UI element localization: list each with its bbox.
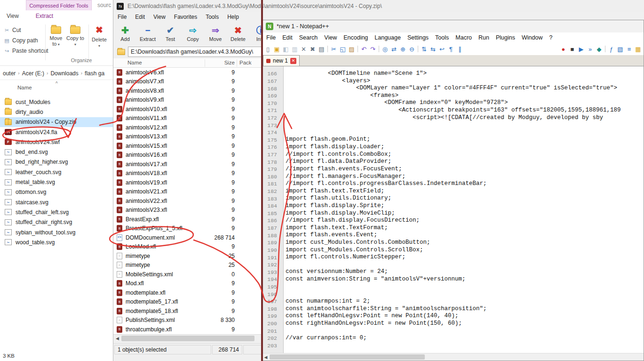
find-icon[interactable]: ◎	[381, 45, 390, 54]
column-divider[interactable]	[237, 59, 237, 67]
line-text[interactable]: import cust_Modules.Controls.ScrollBox;	[281, 247, 423, 254]
cut-button[interactable]: ✂ Cut	[4, 25, 21, 35]
menu-item[interactable]: Help	[223, 14, 243, 20]
copy-to-button[interactable]: Copy to ▾	[66, 24, 84, 52]
name-column-header[interactable]: Name	[127, 60, 142, 65]
copy-icon[interactable]: ◱	[338, 45, 347, 54]
copy-path-button[interactable]: ▤ Copy path	[4, 36, 38, 45]
paste-shortcut-button[interactable]: ↪ Paste shortcut	[4, 46, 48, 56]
editor-area[interactable]: 166 <DOMTimeline name="Scene 1"> 167 <la…	[262, 66, 644, 354]
sync-vertical-icon[interactable]: ⇅	[420, 45, 429, 54]
extract-button[interactable]: − Extract	[137, 22, 159, 45]
menu-item[interactable]: Macro	[452, 34, 475, 41]
menu-item[interactable]: Edit	[131, 14, 149, 20]
scroll-left-arrow-icon[interactable]: ◀	[113, 335, 121, 342]
copy-button[interactable]: ⇨ Copy	[182, 22, 204, 45]
compressed-folder-tools-tab[interactable]: Compressed Folder Tools	[26, 0, 92, 10]
line-text[interactable]: //import fl.managers.FocusManager;	[281, 173, 405, 181]
tab-close-icon[interactable]: ✕	[290, 58, 296, 64]
close-all-icon[interactable]: ✖	[308, 45, 317, 54]
explorer-file-row[interactable]: dirty_audio	[0, 107, 113, 117]
menu-item[interactable]: Tools	[201, 14, 223, 20]
explorer-file-row[interactable]: staircase.svg	[0, 197, 113, 207]
explorer-file-row[interactable]: bed_end.svg	[0, 147, 113, 157]
test-button[interactable]: ✔ Test	[159, 22, 181, 45]
line-text[interactable]: import cust_Modules.Controls.ComboButton…	[281, 239, 430, 247]
replace-icon[interactable]: ⇄	[390, 45, 398, 54]
cut-icon[interactable]: ✂	[329, 45, 338, 54]
line-text[interactable]: import flash.display.Loader;	[281, 144, 384, 151]
column-divider[interactable]	[205, 59, 205, 67]
line-text[interactable]: const numarmpos:int = 2;	[281, 298, 370, 305]
delete-button[interactable]: ✖ Delete	[227, 22, 249, 45]
explorer-file-row[interactable]: stuffed_chair_right.svg	[0, 217, 113, 227]
move-button[interactable]: ⇒ Move	[205, 22, 226, 45]
line-text[interactable]: <frames>	[281, 92, 398, 100]
explorer-file-row[interactable]: stuffed_chair_left.svg	[0, 207, 113, 217]
breadcrumb-item[interactable]: flash ga	[83, 70, 106, 77]
breadcrumb-item[interactable]: Acer (E:)	[20, 70, 46, 77]
breadcrumb[interactable]: ›outer ›Acer (E:) ›Downloads ›flash ga	[0, 67, 113, 80]
line-text[interactable]: <DOMTimeline name="Scene 1">	[281, 70, 427, 78]
line-text[interactable]: const leftHandOnLegsv:Point = new Point(…	[281, 313, 459, 320]
paste-icon[interactable]: ▨	[347, 45, 356, 54]
menu-item[interactable]: Settings	[404, 34, 432, 41]
line-text[interactable]: import flash.text.TextField;	[281, 188, 384, 195]
menu-item[interactable]: Language	[371, 34, 404, 41]
explorer-file-row[interactable]: wood_table.svg	[0, 237, 113, 247]
toolbar-spacer[interactable]	[464, 45, 559, 54]
line-text[interactable]: <DOMFrame index="0" keyMode="9728">	[281, 99, 508, 107]
show-all-characters-icon[interactable]: ¶	[446, 45, 455, 54]
explorer-file-row[interactable]: metal_table.svg	[0, 177, 113, 187]
close-icon[interactable]: ✕	[299, 45, 308, 54]
sevenzip-titlebar[interactable]: 7z E:\Downloads\flash games\Loader.v4.3.…	[113, 0, 644, 12]
breadcrumb-item[interactable]: Downloads	[48, 70, 80, 77]
save-all-icon[interactable]: ▥	[290, 45, 299, 54]
breadcrumb-item[interactable]: outer	[1, 70, 17, 77]
tab-new-1[interactable]: new 1 ✕	[263, 55, 300, 66]
print-icon[interactable]: ▤	[317, 45, 326, 54]
ribbon-tab-view[interactable]: View	[7, 13, 19, 19]
document-map-icon[interactable]: ▧	[616, 45, 625, 54]
menu-item[interactable]: Tools	[432, 34, 452, 41]
notepadpp-titlebar[interactable]: N *new 1 - Notepad++	[262, 20, 644, 32]
line-text[interactable]: //import flash.events.FocusEvent;	[281, 166, 402, 173]
toolbar-separator[interactable]	[356, 45, 359, 54]
explorer-file-row[interactable]: animtoolsV24.swf	[0, 137, 113, 147]
undo-icon[interactable]: ↶	[359, 45, 368, 54]
explorer-file-row[interactable]: sybian_without_tool.svg	[0, 227, 113, 237]
menu-item[interactable]: File	[263, 34, 279, 41]
macro-save-icon[interactable]: ◆	[595, 45, 604, 54]
explorer-file-row[interactable]: bed_right_higher.svg	[0, 157, 113, 167]
line-text[interactable]: //import fl.controls.ComboBox;	[281, 151, 391, 159]
line-text[interactable]: <layers>	[281, 78, 370, 85]
menu-item[interactable]: Encoding	[340, 34, 371, 41]
packed-column-header[interactable]: Pack	[239, 60, 252, 65]
line-text[interactable]: const animtoolscharfile:String = "animto…	[281, 305, 487, 313]
indent-guide-icon[interactable]: ∥	[455, 45, 464, 54]
line-text[interactable]: //import fl.controls.progressBarClasses.…	[281, 180, 487, 188]
line-text[interactable]: const animversion:String = "animtoolsV"+…	[281, 276, 466, 283]
menu-item[interactable]: File	[113, 14, 131, 20]
line-text[interactable]: <script><![CDATA[//created by Modguy, de…	[281, 114, 603, 122]
scrollbar-thumb[interactable]	[121, 336, 254, 341]
function-list-icon[interactable]: ƒ	[607, 45, 616, 54]
line-text[interactable]: const rightHandOnLegsv:Point = new Point…	[281, 320, 462, 328]
explorer-file-row[interactable]: leather_couch.svg	[0, 167, 113, 177]
save-icon[interactable]: ◧	[281, 45, 290, 54]
menu-item[interactable]: Run	[475, 34, 493, 41]
add-button[interactable]: ✚ Add	[114, 22, 136, 45]
new-file-icon[interactable]: ▯	[263, 45, 272, 54]
menu-item[interactable]: Edit	[279, 34, 296, 41]
delete-button[interactable]: ✖ Delete ▾	[90, 24, 108, 52]
menu-item[interactable]: Favorites	[170, 14, 201, 20]
menu-item[interactable]: Window	[518, 34, 546, 41]
macro-play-icon[interactable]: ▶	[577, 45, 586, 54]
explorer-file-row[interactable]: animtoolsV24 - Copy.zip	[0, 117, 113, 127]
open-file-icon[interactable]: ▣	[272, 45, 281, 54]
explorer-file-row[interactable]: cust_Modules	[0, 97, 113, 107]
toolbar-separator[interactable]	[326, 45, 329, 54]
toolbar-separator[interactable]	[377, 45, 381, 54]
menu-item[interactable]: Search	[296, 34, 321, 41]
horizontal-scrollbar[interactable]: ◀	[262, 353, 644, 361]
